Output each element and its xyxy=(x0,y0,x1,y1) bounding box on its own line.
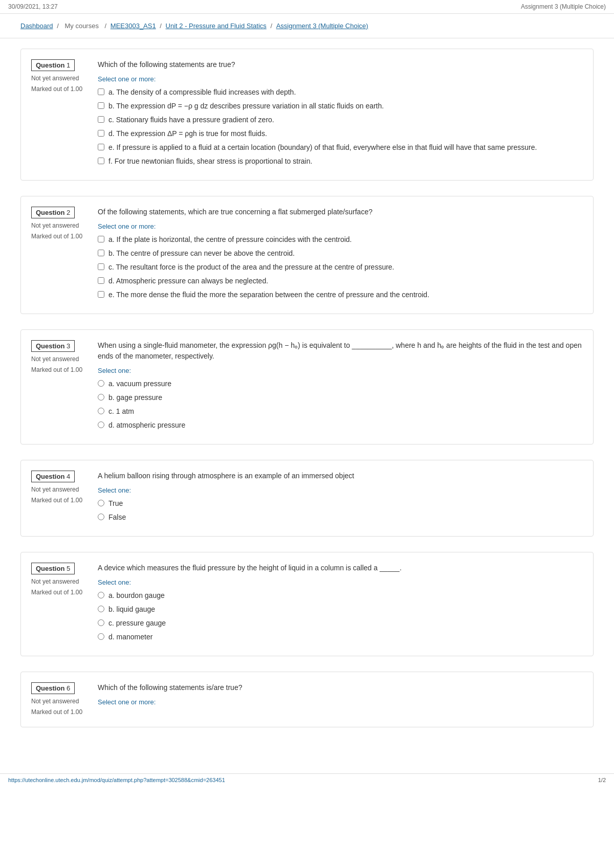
bottom-bar: https://utechonline.utech.edu.jm/mod/qui… xyxy=(0,773,614,786)
breadcrumb-assignment[interactable]: Assignment 3 (Multiple Choice) xyxy=(276,22,368,30)
option-label-2-1: b. The centre of pressure can never be a… xyxy=(108,248,295,259)
option-input-2-4[interactable] xyxy=(98,291,104,298)
option-input-2-1[interactable] xyxy=(98,250,104,256)
question-mark-6: Marked out of 1.00 xyxy=(31,708,87,717)
select-label-4: Select one: xyxy=(98,486,583,494)
option-input-5-2[interactable] xyxy=(98,619,104,626)
question-body-3: When using a single-fluid manometer, the… xyxy=(98,340,583,434)
option-row-3-0: a. vacuum pressure xyxy=(98,379,583,389)
option-input-3-3[interactable] xyxy=(98,421,104,428)
question-status-2: Not yet answered xyxy=(31,221,87,230)
breadcrumb-course[interactable]: MEE3003_AS1 xyxy=(111,22,156,30)
option-input-5-1[interactable] xyxy=(98,606,104,612)
select-label-6: Select one or more: xyxy=(98,698,583,706)
question-mark-3: Marked out of 1.00 xyxy=(31,366,87,374)
option-input-4-1[interactable] xyxy=(98,514,104,520)
option-label-1-5: f. For true newtonian fluids, shear stre… xyxy=(108,156,312,167)
question-block-5: Question 5Not yet answeredMarked out of … xyxy=(20,552,594,656)
option-row-5-0: a. bourdon gauge xyxy=(98,590,583,601)
question-status-4: Not yet answered xyxy=(31,485,87,494)
option-label-3-0: a. vacuum pressure xyxy=(108,379,171,389)
option-label-1-2: c. Stationary fluids have a pressure gra… xyxy=(108,115,274,125)
breadcrumb-dashboard[interactable]: Dashboard xyxy=(20,22,53,30)
breadcrumb-mycourses: My courses xyxy=(64,22,98,30)
question-body-2: Of the following statements, which are t… xyxy=(98,207,583,303)
option-input-1-4[interactable] xyxy=(98,144,104,150)
page-title: Assignment 3 (Multiple Choice) xyxy=(521,3,606,10)
option-label-4-0: True xyxy=(108,498,123,509)
option-row-5-2: c. pressure gauge xyxy=(98,618,583,629)
option-label-1-1: b. The expression dP = −ρ g dz describes… xyxy=(108,101,384,112)
option-input-1-3[interactable] xyxy=(98,130,104,137)
question-block-4: Question 4Not yet answeredMarked out of … xyxy=(20,460,594,537)
option-row-2-3: d. Atmospheric pressure can always be ne… xyxy=(98,276,583,286)
option-input-2-0[interactable] xyxy=(98,236,104,242)
option-label-3-2: c. 1 atm xyxy=(108,406,134,417)
question-text-5: A device which measures the fluid pressu… xyxy=(98,563,583,573)
question-mark-2: Marked out of 1.00 xyxy=(31,232,87,241)
option-row-2-0: a. If the plate is horizontal, the centr… xyxy=(98,234,583,245)
breadcrumb: Dashboard / My courses / MEE3003_AS1 / U… xyxy=(0,14,614,38)
question-text-4: A helium balloon rising through atmosphe… xyxy=(98,471,583,481)
option-input-1-0[interactable] xyxy=(98,88,104,95)
select-label-1: Select one or more: xyxy=(98,75,583,83)
question-body-6: Which of the following statements is/are… xyxy=(98,682,583,717)
option-row-5-3: d. manometer xyxy=(98,632,583,642)
datetime: 30/09/2021, 13:27 xyxy=(8,3,58,10)
select-label-5: Select one: xyxy=(98,578,583,586)
main-content: Question 1Not yet answeredMarked out of … xyxy=(0,38,614,753)
question-label-6: Question 6 xyxy=(31,682,75,694)
option-input-1-1[interactable] xyxy=(98,102,104,109)
breadcrumb-unit[interactable]: Unit 2 - Pressure and Fluid Statics xyxy=(166,22,267,30)
option-row-2-2: c. The resultant force is the product of… xyxy=(98,262,583,273)
option-input-5-3[interactable] xyxy=(98,633,104,640)
question-sidebar-4: Question 4Not yet answeredMarked out of … xyxy=(31,471,87,526)
question-block-3: Question 3Not yet answeredMarked out of … xyxy=(20,329,594,444)
option-row-2-4: e. The more dense the fluid the more the… xyxy=(98,290,583,300)
option-input-5-0[interactable] xyxy=(98,592,104,598)
select-label-3: Select one: xyxy=(98,367,583,374)
question-text-2: Of the following statements, which are t… xyxy=(98,207,583,217)
option-label-1-3: d. The expression ΔP = ρgh is true for m… xyxy=(108,128,267,139)
option-row-1-3: d. The expression ΔP = ρgh is true for m… xyxy=(98,128,583,139)
question-sidebar-1: Question 1Not yet answeredMarked out of … xyxy=(31,59,87,170)
option-input-3-2[interactable] xyxy=(98,408,104,414)
option-row-1-1: b. The expression dP = −ρ g dz describes… xyxy=(98,101,583,112)
option-label-5-0: a. bourdon gauge xyxy=(108,590,165,601)
option-label-3-1: b. gage pressure xyxy=(108,392,162,403)
option-input-3-1[interactable] xyxy=(98,394,104,400)
question-status-5: Not yet answered xyxy=(31,577,87,586)
option-input-2-2[interactable] xyxy=(98,263,104,270)
question-mark-1: Marked out of 1.00 xyxy=(31,85,87,94)
question-mark-4: Marked out of 1.00 xyxy=(31,496,87,505)
option-label-5-1: b. liquid gauge xyxy=(108,604,155,615)
question-body-4: A helium balloon rising through atmosphe… xyxy=(98,471,583,526)
question-sidebar-2: Question 2Not yet answeredMarked out of … xyxy=(31,207,87,303)
top-bar: 30/09/2021, 13:27 Assignment 3 (Multiple… xyxy=(0,0,614,14)
option-label-3-3: d. atmospheric pressure xyxy=(108,420,185,431)
option-label-1-0: a. The density of a compressible fluid i… xyxy=(108,87,296,98)
option-input-3-0[interactable] xyxy=(98,380,104,387)
question-status-1: Not yet answered xyxy=(31,74,87,83)
question-text-6: Which of the following statements is/are… xyxy=(98,682,583,693)
option-input-4-0[interactable] xyxy=(98,500,104,506)
question-sidebar-3: Question 3Not yet answeredMarked out of … xyxy=(31,340,87,434)
question-body-1: Which of the following statements are tr… xyxy=(98,59,583,170)
option-row-2-1: b. The centre of pressure can never be a… xyxy=(98,248,583,259)
option-label-1-4: e. If pressure is applied to a fluid at … xyxy=(108,142,537,153)
option-row-3-3: d. atmospheric pressure xyxy=(98,420,583,431)
select-label-2: Select one or more: xyxy=(98,222,583,230)
option-row-5-1: b. liquid gauge xyxy=(98,604,583,615)
question-body-5: A device which measures the fluid pressu… xyxy=(98,563,583,646)
question-status-3: Not yet answered xyxy=(31,355,87,364)
page-url[interactable]: https://utechonline.utech.edu.jm/mod/qui… xyxy=(8,777,225,783)
option-row-1-0: a. The density of a compressible fluid i… xyxy=(98,87,583,98)
option-input-2-3[interactable] xyxy=(98,277,104,284)
option-input-1-5[interactable] xyxy=(98,158,104,164)
option-input-1-2[interactable] xyxy=(98,116,104,123)
question-block-6: Question 6Not yet answeredMarked out of … xyxy=(20,672,594,727)
question-block-1: Question 1Not yet answeredMarked out of … xyxy=(20,49,594,181)
option-label-2-0: a. If the plate is horizontal, the centr… xyxy=(108,234,352,245)
option-row-1-2: c. Stationary fluids have a pressure gra… xyxy=(98,115,583,125)
option-row-1-5: f. For true newtonian fluids, shear stre… xyxy=(98,156,583,167)
